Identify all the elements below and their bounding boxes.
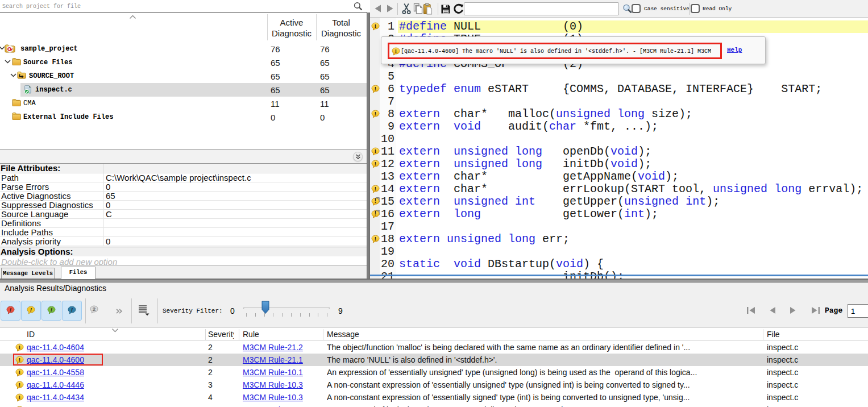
double-arrow-icon[interactable] [115, 308, 123, 315]
code-line-13[interactable]: extern char* getAppName(void); [396, 171, 868, 183]
code-line-18[interactable]: extern unsigned long err; [396, 233, 868, 246]
horizontal-splitter[interactable] [0, 279, 868, 283]
header-rule[interactable]: Rule [243, 330, 259, 339]
header-file[interactable]: File [767, 330, 780, 339]
diagnostic-rule-link[interactable]: M3CM Rule-10.3 [243, 380, 303, 389]
project-search-input[interactable] [2, 1, 343, 11]
warning-bubble-icon[interactable]: ! [371, 235, 380, 243]
paste-icon[interactable] [423, 3, 433, 15]
header-id[interactable]: ID [27, 330, 35, 339]
copy-icon[interactable] [413, 3, 423, 15]
tree-item-cma[interactable]: CMA1111 [0, 97, 367, 110]
navigate-forward-icon[interactable] [387, 4, 394, 13]
code-line-10[interactable] [396, 133, 868, 146]
page-number-input[interactable] [848, 304, 868, 318]
attribute-row[interactable]: Definitions [0, 219, 367, 228]
collapse-panel-button[interactable] [353, 152, 363, 161]
filter-note-button[interactable]: ! [62, 301, 82, 321]
code-line-5[interactable] [396, 70, 868, 83]
warning-bubble-icon[interactable]: ! [371, 110, 380, 118]
sort-descending-icon[interactable] [111, 328, 119, 333]
diagnostic-id-link[interactable]: qac-11.4.0-4446 [27, 380, 84, 389]
cut-icon[interactable] [402, 3, 411, 15]
diagnostic-rule-link[interactable]: M3CM Rule-21.2 [243, 343, 303, 352]
diagnostic-row-qac-11.4.0-4446[interactable]: ! qac-11.4.0-44463M3CM Rule-10.3A non-co… [0, 379, 868, 391]
code-line-17[interactable] [396, 221, 868, 233]
diagnostic-rule-link[interactable]: M3CM Rule-10.1 [243, 368, 303, 377]
filter-info-button[interactable]: ! [41, 301, 61, 321]
find-magnifier-icon[interactable] [622, 4, 632, 14]
attribute-row[interactable]: Parse Errors0 [0, 182, 367, 192]
bubble-gray-2-icon[interactable]: 2 [90, 305, 98, 314]
attribute-row[interactable]: Active Diagnostics65 [0, 192, 367, 201]
filter-error-button[interactable]: ! [1, 301, 20, 321]
tab-files[interactable]: Files [61, 267, 95, 279]
sort-ascending-icon[interactable] [129, 15, 136, 19]
diagnostic-row-qac-11.4.0-4116[interactable]: ! qac-11.4.0-41163M3CM Rule-10.1One oper… [0, 404, 868, 407]
diagnostic-id-link[interactable]: qac-11.4.0-4434 [27, 393, 84, 402]
chevron-down-icon[interactable] [10, 73, 16, 77]
code-token: char* getAppName( [440, 170, 638, 183]
view-menu-icon[interactable] [138, 305, 151, 316]
code-line-7[interactable] [396, 95, 868, 108]
previous-page-icon[interactable] [769, 306, 776, 314]
save-icon[interactable] [441, 4, 451, 14]
header-severity[interactable]: Severity [208, 330, 234, 339]
read-only-checkbox[interactable] [691, 4, 700, 13]
severity-slider-groove[interactable] [243, 307, 330, 309]
warning-bubble-icon[interactable]: ! [371, 160, 380, 168]
navigate-back-icon[interactable] [374, 4, 381, 13]
diagnostic-id-link[interactable]: qac-11.4.0-4558 [27, 368, 84, 377]
search-icon[interactable] [354, 2, 363, 11]
code-line-12[interactable]: extern unsigned long initDb(void); [396, 158, 868, 171]
next-page-icon[interactable] [790, 306, 797, 314]
code-line-15[interactable]: extern unsigned int getUpper(unsigned in… [396, 196, 868, 208]
reload-icon[interactable] [453, 3, 464, 14]
code-line-9[interactable]: extern void audit(char *fmt, ...); [396, 121, 868, 133]
diagnostic-row-qac-11.4.0-4600[interactable]: ! qac-11.4.0-46002M3CM Rule-21.1The macr… [0, 354, 868, 366]
header-message[interactable]: Message [327, 330, 359, 339]
diagnostic-row-qac-11.4.0-4558[interactable]: ! qac-11.4.0-45582M3CM Rule-10.1An expre… [0, 366, 868, 379]
tree-header-total-diagnostic[interactable]: Total Diagnostic [317, 17, 366, 39]
warning-bubble-icon[interactable]: ! [371, 185, 380, 193]
tree-item-source-root[interactable]: SOURCE_ROOT6565 [0, 69, 367, 83]
tree-item-source-files[interactable]: Source Files6565 [0, 56, 367, 69]
code-line-6[interactable]: typedef enum eSTART {COMMS, DATABASE, IN… [396, 83, 868, 95]
attribute-row[interactable]: Include Paths [0, 228, 367, 237]
code-line-19[interactable] [396, 246, 868, 258]
code-line-8[interactable]: extern char* malloc(unsigned long size); [396, 108, 868, 121]
diagnostic-row-qac-11.4.0-4434[interactable]: ! qac-11.4.0-44344M3CM Rule-10.3A non-co… [0, 391, 868, 404]
attribute-row[interactable]: Source LanguageC [0, 210, 367, 219]
severity-slider-handle[interactable] [261, 301, 269, 314]
chevron-down-icon[interactable] [5, 60, 11, 64]
code-line-1[interactable]: #define NULL (0) [396, 20, 868, 33]
code-line-16[interactable]: extern long getLower(int); [396, 208, 868, 221]
diagnostic-rule-link[interactable]: M3CM Rule-21.1 [243, 355, 303, 364]
attribute-value: 0 [106, 201, 110, 210]
line-number: 12 [380, 158, 394, 171]
tree-item-sample-project[interactable]: sample_project7676 [0, 42, 367, 56]
last-page-icon[interactable] [811, 306, 820, 314]
attribute-row[interactable]: PathC:\Work\QAC\sample project\inspect.c [0, 173, 367, 182]
attribute-row[interactable]: Suppressed Diagnostics0 [0, 201, 367, 210]
editor-search-input[interactable] [464, 2, 619, 15]
warning-bubble-icon: ! [15, 381, 24, 389]
tree-item-external-include-files[interactable]: External Include Files00 [0, 110, 367, 124]
diagnostic-id-link[interactable]: qac-11.4.0-4604 [27, 343, 84, 352]
attribute-row[interactable]: Analysis priority0 [0, 237, 367, 246]
warning-bubble-icon[interactable]: ! [371, 147, 380, 156]
tab-message-levels[interactable]: Message Levels [1, 268, 55, 279]
diagnostic-rule-link[interactable]: M3CM Rule-10.3 [243, 393, 303, 402]
diagnostic-row-qac-11.4.0-4604[interactable]: ! qac-11.4.0-46042M3CM Rule-21.2The obje… [0, 341, 868, 354]
code-line-14[interactable]: extern char* errLookup(START tool, unsig… [396, 183, 868, 196]
warning-bubble-icon[interactable]: ! [371, 85, 380, 93]
tree-header-active-diagnostic[interactable]: Active Diagnostic [267, 17, 316, 39]
first-page-icon[interactable] [746, 306, 755, 314]
code-line-20[interactable]: static void DBstartup(void) { [396, 258, 868, 271]
help-link[interactable]: Help [727, 47, 742, 53]
filter-warning-button[interactable]: ! [21, 301, 41, 321]
case-sensitive-checkbox[interactable] [632, 4, 641, 13]
warning-bubble-icon[interactable]: ! [371, 22, 380, 31]
code-line-11[interactable]: extern unsigned long openDb(void); [396, 146, 868, 158]
tree-item-inspect-c[interactable]: inspect.c6565 [0, 83, 367, 97]
